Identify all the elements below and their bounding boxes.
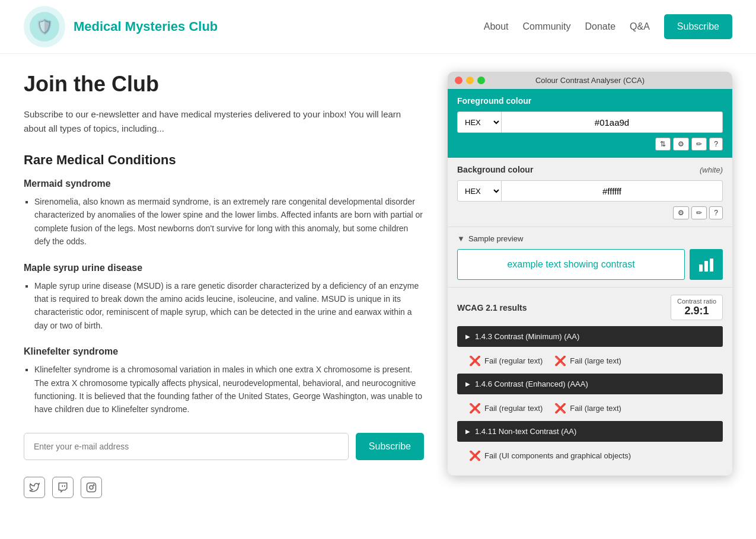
nav-community[interactable]: Community [523,21,571,32]
intro-text: Subscribe to our e-newsletter and have m… [24,107,424,136]
wcag-result-label-1: 1.4.3 Contrast (Minimum) (AA) [475,332,579,341]
preview-label: ▼ Sample preview [457,234,723,243]
bg-format-select[interactable]: HEX RGB HSL [457,180,502,202]
preview-section: ▼ Sample preview example text showing co… [448,227,732,287]
email-input[interactable] [24,433,349,460]
instagram-icon[interactable] [81,477,102,498]
wcag-result-row-1[interactable]: ▶ 1.4.3 Contrast (Minimum) (AA) [457,326,723,347]
bg-hex-input[interactable] [502,180,723,202]
fail-item-2a: ❌ Fail (regular text) [469,403,543,414]
bg-label-row: Background colour (white) [457,165,723,174]
nav-donate[interactable]: Donate [585,21,615,32]
fail-icon-3a: ❌ [469,450,481,461]
site-title: Medical Mysteries Club [74,19,218,34]
bg-input-row: HEX RGB HSL [457,180,723,202]
condition-desc-0: Sirenomelia, also known as mermaid syndr… [34,195,424,248]
foreground-input-row: HEX RGB HSL [457,111,723,133]
bg-tools-row: ⚙ ✏ ? [457,206,723,219]
condition-name-0: Mermaid syndrome [24,178,424,189]
fg-flip-button[interactable]: ⇅ [655,138,671,151]
condition-name-2: Klinefelter syndrome [24,346,424,357]
wcag-fail-row-3: ❌ Fail (UI components and graphical obje… [457,446,723,465]
content-area: Join the Club Subscribe to our e-newslet… [24,72,424,498]
page-heading: Join the Club [24,72,424,97]
fail-icon-2b: ❌ [554,403,566,414]
cca-panel: Colour Contrast Analyser (CCA) Foregroun… [448,72,732,498]
wcag-result-row-3[interactable]: ▶ 1.4.11 Non-text Contrast (AA) [457,421,723,442]
twitch-icon[interactable] [52,477,74,498]
preview-triangle-icon: ▼ [457,234,465,243]
email-form: Subscribe [24,433,424,460]
svg-rect-6 [704,261,708,272]
cca-body: Foreground colour HEX RGB HSL ⇅ ⚙ ✏ ? [448,89,732,476]
play-icon-1: ▶ [465,333,470,340]
play-icon-2: ▶ [465,381,470,387]
fail-item-3a: ❌ Fail (UI components and graphical obje… [469,450,631,461]
sample-text-box: example text showing contrast [457,249,685,280]
cca-window-title: Colour Contrast Analyser (CCA) [535,76,645,85]
nav-subscribe-button[interactable]: Subscribe [664,14,732,39]
fail-icon-1a: ❌ [469,355,481,366]
condition-desc-1: Maple syrup urine disease (MSUD) is a ra… [34,279,424,333]
svg-rect-5 [699,264,703,272]
fail-item-2b: ❌ Fail (large text) [554,403,621,414]
svg-point-4 [93,484,94,486]
titlebar-close-dot[interactable] [455,76,462,84]
wcag-header: WCAG 2.1 results Contrast ratio 2.9:1 [457,295,723,320]
wcag-title: WCAG 2.1 results [457,303,527,312]
background-section: Background colour (white) HEX RGB HSL ⚙ [448,158,732,227]
cca-window: Colour Contrast Analyser (CCA) Foregroun… [448,72,732,476]
svg-text:🛡️: 🛡️ [36,18,53,35]
fail-item-1a: ❌ Fail (regular text) [469,355,543,366]
foreground-label: Foreground colour [457,96,723,106]
fg-settings-button[interactable]: ⚙ [673,138,689,151]
nav-qa[interactable]: Q&A [630,21,650,32]
bg-label: Background colour [457,165,533,174]
contrast-ratio-box: Contrast ratio 2.9:1 [671,295,723,320]
fail-label-2b: Fail (large text) [570,404,621,413]
svg-point-3 [90,486,93,489]
condition-name-1: Maple syrup urine disease [24,263,424,273]
form-subscribe-button[interactable]: Subscribe [356,433,424,460]
chart-view-button[interactable] [690,249,723,280]
contrast-ratio-label: Contrast ratio [677,298,716,305]
sample-text: example text showing contrast [507,259,634,270]
fg-help-button[interactable]: ? [709,138,723,151]
social-icons [24,477,424,498]
preview-content: example text showing contrast [457,249,723,280]
cca-titlebar: Colour Contrast Analyser (CCA) [448,72,732,89]
wcag-fail-row-2: ❌ Fail (regular text) ❌ Fail (large text… [457,399,723,417]
wcag-section: WCAG 2.1 results Contrast ratio 2.9:1 ▶ … [448,287,732,476]
twitter-icon[interactable] [24,477,45,498]
svg-rect-2 [87,483,96,492]
fail-icon-2a: ❌ [469,403,481,414]
fg-hex-input[interactable] [502,111,723,133]
condition-klinefelter: Klinefelter syndrome Klinefelter syndrom… [24,346,424,416]
wcag-result-row-2[interactable]: ▶ 1.4.6 Contrast (Enhanced) (AAA) [457,374,723,394]
condition-desc-2: Klinefelter syndrome is a chromosomal va… [34,363,424,416]
titlebar-minimize-dot[interactable] [466,76,474,84]
fg-format-select[interactable]: HEX RGB HSL [457,111,502,133]
fail-icon-1b: ❌ [554,355,566,366]
wcag-fail-row-1: ❌ Fail (regular text) ❌ Fail (large text… [457,352,723,370]
main-nav: About Community Donate Q&A Subscribe [484,14,732,39]
chart-icon [698,256,714,273]
wcag-result-label-3: 1.4.11 Non-text Contrast (AA) [475,427,576,436]
bg-help-button[interactable]: ? [709,206,723,219]
condition-mermaid: Mermaid syndrome Sirenomelia, also known… [24,178,424,248]
fail-label-2a: Fail (regular text) [484,404,543,413]
foreground-section: Foreground colour HEX RGB HSL ⇅ ⚙ ✏ ? [448,89,732,158]
fail-label-3a: Fail (UI components and graphical object… [484,451,631,460]
fg-eyedropper-button[interactable]: ✏ [691,138,707,151]
fail-label-1b: Fail (large text) [570,356,621,365]
bg-white-label: (white) [700,165,723,174]
titlebar-maximize-dot[interactable] [477,76,485,84]
nav-about[interactable]: About [484,21,509,32]
bg-eyedropper-button[interactable]: ✏ [691,206,707,219]
fail-item-1b: ❌ Fail (large text) [554,355,621,366]
contrast-ratio-value: 2.9:1 [677,305,716,317]
bg-settings-button[interactable]: ⚙ [673,206,689,219]
section-title: Rare Medical Conditions [24,152,424,168]
logo-area: 🛡️ Medical Mysteries Club [24,6,218,47]
svg-rect-7 [710,259,713,272]
